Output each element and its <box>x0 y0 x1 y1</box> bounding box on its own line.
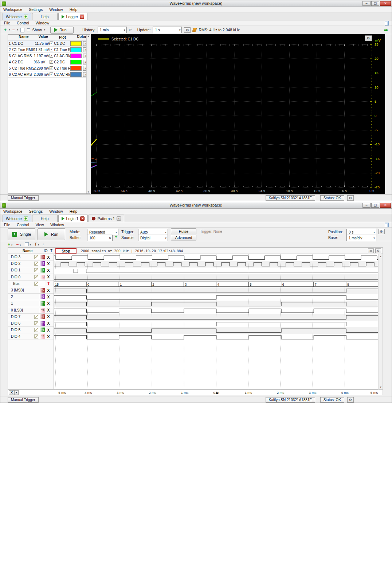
tab-help[interactable]: Help <box>32 13 58 20</box>
base-select[interactable]: 1 ms/div▾ <box>346 235 376 241</box>
io-badge[interactable]: *7 <box>39 288 45 293</box>
plot-gear-icon[interactable]: ⚙ <box>378 229 385 234</box>
clean-broom-icon[interactable] <box>192 28 197 32</box>
io-badge[interactable]: *4 <box>39 334 45 339</box>
advanced-button[interactable]: Advanced <box>171 235 196 240</box>
table-row[interactable]: 5C2 True RMS2.298 mV✓C2 True RMS⚙ <box>8 65 90 71</box>
inst-menu-window[interactable]: Window <box>36 21 49 25</box>
add-dropdown-arrow[interactable]: ▾ <box>9 28 10 31</box>
edit-icon[interactable] <box>20 28 24 32</box>
collapse-icon[interactable]: ‹ <box>43 242 44 246</box>
buffer-add-icon[interactable]: + <box>115 234 117 239</box>
rename-pencil-icon[interactable] <box>34 334 38 338</box>
buffer-spinner[interactable]: 100⇅ <box>87 235 113 241</box>
plot-checkbox[interactable]: ✓ <box>50 66 53 70</box>
inst-menu-window[interactable]: Window <box>50 223 64 227</box>
trigger-setting[interactable]: X <box>46 334 51 339</box>
trigger-setting[interactable]: X <box>46 262 51 266</box>
trigger-setting[interactable]: X <box>46 321 51 325</box>
channel-row-dio-4[interactable]: DIO 4*4X <box>8 333 54 340</box>
forward-arrow-icon[interactable]: ⇒ <box>384 27 388 33</box>
channel-row-1[interactable]: 1*5X <box>8 300 54 307</box>
pulse-button[interactable]: Pulse <box>171 228 196 234</box>
plot-settings-gear-icon[interactable]: ⚙ <box>375 248 381 253</box>
axis-mode-button[interactable]: X <box>9 390 15 395</box>
io-badge[interactable]: *4 <box>39 308 45 313</box>
io-badge[interactable]: *7 <box>39 314 45 319</box>
trigger-setting[interactable]: X <box>46 268 51 273</box>
channel-row-dio-1[interactable]: DIO 11X <box>8 267 54 274</box>
status-gear-icon[interactable]: ⚙ <box>347 397 354 403</box>
channel-row-dio-5[interactable]: DIO 5*5X <box>8 327 54 333</box>
minimize-button[interactable]: – <box>362 1 371 6</box>
rename-pencil-icon[interactable] <box>34 262 38 266</box>
tab-welcome[interactable]: Welcome+ <box>3 215 31 222</box>
inst-menu-file[interactable]: File <box>4 223 10 227</box>
rename-pencil-icon[interactable] <box>34 321 38 325</box>
show-button[interactable]: Show <box>32 28 42 32</box>
color-swatch[interactable] <box>70 66 82 71</box>
close-button[interactable]: ✕ <box>380 203 391 208</box>
axis-mode-dropdown[interactable]: ▾ <box>15 390 19 395</box>
maximize-button[interactable]: ▢ <box>371 1 379 6</box>
table-row[interactable]: 3C1 AC RMS1.197 mV✓C1 AC RMS⚙ <box>8 53 90 59</box>
inst-menu-view[interactable]: View <box>36 223 44 227</box>
color-swatch[interactable] <box>70 54 82 58</box>
menu-window[interactable]: Window <box>49 209 63 213</box>
table-scrollbar[interactable]: ▲▼ <box>86 35 90 193</box>
trigger-setting[interactable]: T <box>46 281 51 286</box>
menu-help[interactable]: Help <box>70 209 78 213</box>
rename-pencil-icon[interactable] <box>34 328 38 332</box>
table-row[interactable]: 4C2 DC966 uV✓C2 DC⚙ <box>8 59 90 65</box>
title-bar[interactable]: WaveForms (new workspace) – ▢ ✕ <box>0 202 392 209</box>
header-value[interactable]: Value <box>35 35 52 40</box>
remove-channel-button[interactable]: − <box>12 27 15 32</box>
remove-channel-button[interactable]: − <box>16 242 19 247</box>
trigger-setting[interactable]: X <box>46 275 51 279</box>
io-badge[interactable]: 3 <box>39 255 45 259</box>
trigger-setting[interactable]: X <box>46 308 51 312</box>
close-button[interactable]: ✕ <box>380 1 391 6</box>
trigger-setting[interactable]: X <box>46 295 51 299</box>
rename-pencil-icon[interactable] <box>34 275 38 279</box>
single-button[interactable]: 1Single <box>8 228 35 240</box>
inst-menu-file[interactable]: File <box>4 21 10 25</box>
plot-gear-icon[interactable]: ⚙ <box>365 35 372 41</box>
io-badge[interactable] <box>39 281 45 286</box>
tab-close-icon[interactable]: x <box>80 216 85 221</box>
maximize-button[interactable]: ▢ <box>371 203 379 208</box>
tab-close-icon[interactable]: x <box>117 216 121 221</box>
tab-logic-1[interactable]: Logic 1x <box>58 215 88 222</box>
add-tab-icon[interactable]: + <box>24 216 28 221</box>
plot-checkbox[interactable]: ✓ <box>50 73 53 76</box>
table-row[interactable]: 6C2 AC RMS2.086 mV✓C2 AC RMS⚙ <box>8 71 90 78</box>
channel-row-dio-0[interactable]: DIO 00X <box>8 274 54 281</box>
run-button[interactable]: Run <box>50 27 74 34</box>
channel-row-3-msb-[interactable]: 3 [MSB]*7X <box>8 287 54 294</box>
color-swatch[interactable] <box>70 47 82 52</box>
color-swatch[interactable] <box>70 41 82 46</box>
table-row[interactable]: 2C1 True RMS11.81 mV✓C1 True RMS⚙ <box>8 47 90 53</box>
plot-checkbox[interactable]: ✓ <box>50 42 53 45</box>
add-tab-icon[interactable]: + <box>24 15 28 19</box>
status-ok-box[interactable]: Status: OK <box>320 195 344 201</box>
menu-workspace[interactable]: Workspace <box>3 7 22 12</box>
add-channel-button[interactable]: + <box>8 242 10 247</box>
plot-checkbox[interactable]: ✓ <box>50 48 53 51</box>
channel-row-bus[interactable]: - BusT <box>8 281 54 287</box>
status-ok-box[interactable]: Status: OK <box>320 397 344 403</box>
edit-icon[interactable] <box>25 242 29 246</box>
menu-window[interactable]: Window <box>49 7 63 12</box>
io-badge[interactable]: 1 <box>39 268 45 273</box>
header-name[interactable]: Name <box>12 35 35 40</box>
trigger-setting[interactable]: X <box>46 328 51 332</box>
waveform-scrollbar[interactable]: ▲▼ <box>379 254 383 389</box>
report-icon[interactable] <box>385 21 389 26</box>
title-bar[interactable]: WaveForms (new workspace) – ▢ ✕ <box>0 0 392 7</box>
device-name-box[interactable]: Kaitlyn SN:210321A1881E <box>266 397 315 403</box>
remove-dropdown-arrow[interactable]: ▾ <box>17 28 19 31</box>
trigger-column-icon[interactable]: T <box>35 242 37 246</box>
options-gear-icon[interactable]: ⚙ <box>184 27 191 33</box>
manual-trigger-button[interactable]: Manual Trigger <box>8 195 39 201</box>
device-name-box[interactable]: Kaitlyn SN:210321A1881E <box>266 195 315 201</box>
